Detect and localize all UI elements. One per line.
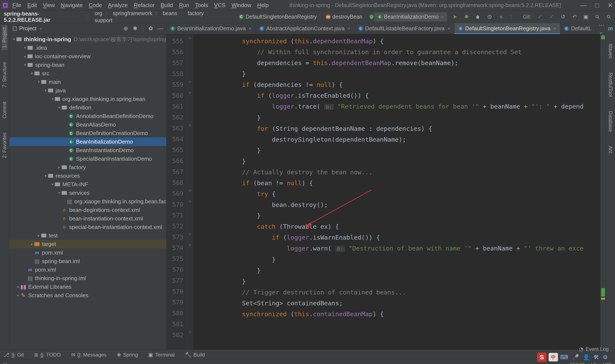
tool-terminal[interactable]: ▣Terminal [148,352,175,358]
profile-button[interactable] [487,14,493,20]
tree-item[interactable]: CAnnotationBeanDefinitionDemo [9,112,166,120]
ime-lang-pill[interactable]: 中 [548,353,558,362]
locate-icon[interactable]: ⊕ [123,25,128,32]
code-editor[interactable]: 5555565575585595605615625635645655665675… [167,34,606,350]
close-button[interactable]: ✕ [608,2,613,9]
tree-item[interactable]: CBeanAliasDemo [9,120,166,129]
tabs-overflow-icon[interactable]: ⋯ ⌄ [596,23,606,34]
tree-item[interactable]: ▾src [9,69,166,78]
tree-item[interactable]: ▸✎Scratches and Consoles [9,291,166,299]
crumb-class[interactable]: CDefaultSingletonBeanRegistry [239,14,317,20]
tree-item[interactable]: ▾.idea [9,43,166,52]
expander-icon[interactable]: ▸ [29,242,34,247]
file-encoding[interactable]: UTF [603,362,612,364]
expander-icon[interactable]: ▸ [57,165,62,170]
tool-0-messages[interactable]: ✉0: Messages [71,352,107,358]
menu-vcs[interactable]: VCS [214,2,225,9]
project-tree[interactable]: ▾ thinking-in-spring D:\worksprace\极客学习\… [9,34,166,350]
editor-tab[interactable]: CAbstractApplicationContext.java× [256,23,354,34]
tree-item[interactable]: ▸ioc-container-overview [9,52,166,61]
tree-item[interactable]: ▸factory [9,163,166,171]
tree-item[interactable]: ▸test [9,231,166,240]
close-tab-icon[interactable]: × [448,26,450,31]
minimize-button[interactable]: — [580,2,587,9]
tree-root[interactable]: ▾ thinking-in-spring D:\worksprace\极客学习\… [9,35,166,43]
expander-icon[interactable]: ▸ [23,54,27,59]
ime-icon[interactable]: 👤 [583,354,589,361]
project-panel-title[interactable]: Project [12,25,42,32]
git-update-icon[interactable]: ✓ [537,14,543,20]
expander-icon[interactable]: ▸ [16,285,21,289]
stop-button[interactable]: ■ [498,14,504,20]
menu-refactor[interactable]: Refactor [134,2,155,9]
tree-item[interactable]: ▾spring-bean [9,61,166,69]
menu-run[interactable]: Run [179,2,189,9]
tree-item[interactable]: ⎚bean-deginitions-context.xml [9,206,166,214]
search-everywhere-icon[interactable] [606,14,612,20]
hide-icon[interactable]: — [158,25,163,32]
left-tab-1[interactable]: 7: Structure [2,60,7,90]
status-square-icon[interactable]: ▢ [3,362,7,364]
menu-navigate[interactable]: Navigate [61,2,83,9]
tree-item[interactable]: mpom.xml [9,248,166,257]
tree-item[interactable]: ▾resources [9,171,166,180]
left-tab-2[interactable]: Commit [2,99,7,120]
tree-item[interactable]: CBeanDefinitionCreationDemo [9,129,166,137]
menu-tools[interactable]: Tools [195,2,208,9]
expander-icon[interactable]: ▾ [43,173,48,178]
tree-item[interactable]: CBeanInitializationDemo [9,137,166,146]
editor-tab[interactable]: CBeanInitializationDemo.java× [167,23,256,34]
menu-code[interactable]: Code [89,2,102,9]
stripe-mark[interactable] [601,298,605,299]
right-tab-1[interactable]: RestfulTool [608,70,613,99]
expander-icon[interactable]: ▸ [36,233,41,238]
expander-icon[interactable]: ▾ [50,182,55,187]
ime-icon[interactable]: ⌨ [560,354,568,361]
right-tab-2[interactable]: Database [608,109,613,134]
tool-6-todo[interactable]: ≣6: TODO [34,352,61,358]
tree-item[interactable]: ▾definition [9,103,166,112]
expander-icon[interactable]: ▾ [23,63,27,67]
ime-badge[interactable]: S [537,352,547,362]
search-icon[interactable] [594,14,601,20]
crumb-pkg[interactable]: springframework [113,10,152,16]
menu-build[interactable]: Build [160,2,173,9]
crumb-method[interactable]: mdestroyBean [326,14,362,20]
git-history-icon[interactable]: ↺ [560,14,566,20]
ime-icon[interactable]: 🎤 [572,354,579,361]
ime-icon[interactable]: 🛠 [593,354,599,361]
tree-item[interactable]: ▤org.xiaoge.thinking.in.spring.bean.fac [9,197,166,206]
coverage-button[interactable] [475,14,481,20]
right-tab-0[interactable]: Maven [608,42,613,61]
expander-icon[interactable]: ▾ [23,45,27,50]
tree-item[interactable]: ▾META-INF [9,180,166,189]
tool-build[interactable]: 🔨Build [185,352,205,358]
caret-position[interactable]: 552:20 [570,362,585,364]
left-tab-3[interactable]: 2: Favorites [2,130,7,160]
tool-9-git[interactable]: ⎇9: Git [3,352,24,358]
menu-window[interactable]: Window [231,2,251,9]
debug-button[interactable] [464,14,469,20]
crumb-pkg[interactable]: support [94,17,112,23]
expander-icon[interactable]: ▸ [16,293,21,298]
tree-item[interactable]: ▸target [9,240,166,248]
git-commit-icon[interactable]: ✓ [548,14,554,20]
settings-icon[interactable]: ✿ [148,25,153,32]
left-tab-0[interactable]: 1: Project [2,25,7,50]
tree-item[interactable]: ⎚bean-instantiation-context.xml [9,214,166,223]
tree-item[interactable]: CBeanInstantiationDemo [9,146,166,155]
run-config-selector[interactable]: C BeanInitializationDemo [374,12,447,21]
git-revert-icon[interactable]: ↶ [571,14,577,20]
tree-item[interactable]: ▾main [9,78,166,86]
line-ending[interactable]: LF [591,362,597,364]
menu-edit[interactable]: Edit [27,2,37,9]
close-tab-icon[interactable]: × [249,26,252,31]
git-push-icon[interactable]: ▣ [583,14,589,20]
tree-item[interactable]: ▸▮▮External Libraries [9,283,166,291]
menu-help[interactable]: Help [257,2,268,9]
expander-icon[interactable]: ▾ [57,191,62,195]
ime-icon[interactable]: ⚙ [603,354,608,361]
run-button[interactable] [452,14,458,20]
tree-item[interactable]: ▾java [9,86,166,95]
error-stripe[interactable] [600,34,606,350]
